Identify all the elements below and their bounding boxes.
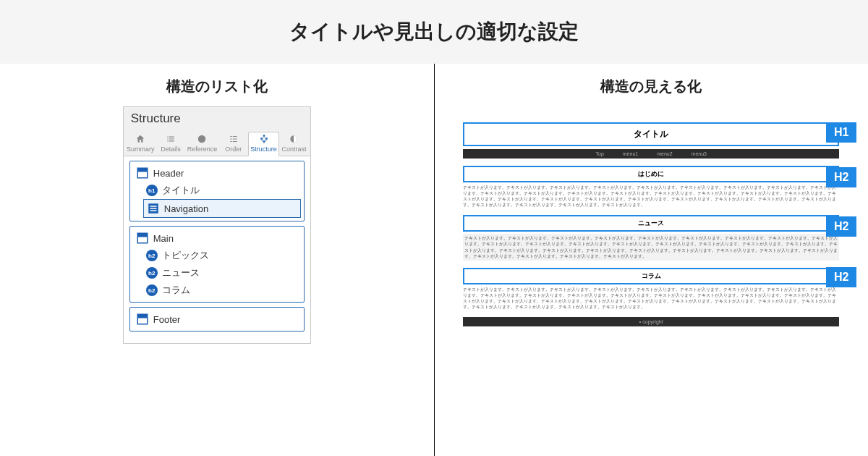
- tree-group-footer: Footer: [129, 307, 305, 332]
- home-icon: [135, 134, 145, 144]
- page-title: タイトルや見出しの適切な設定: [289, 18, 579, 46]
- page-preview: タイトル Top menu1 menu2 menu3 はじめに テキストが入りま…: [463, 122, 839, 326]
- tab-structure[interactable]: Structure: [248, 132, 279, 156]
- tree-item-footer[interactable]: Footer: [133, 311, 301, 328]
- tree-item-main[interactable]: Main: [133, 229, 301, 247]
- preview-section: ニュース テキストが入ります。テキストが入ります。テキストが入ります。テキストが…: [463, 215, 839, 260]
- tree-item-label: Header: [153, 168, 184, 179]
- tab-label: Contrast: [281, 145, 306, 153]
- tree-item-label: Footer: [153, 314, 181, 325]
- tab-label: Summary: [127, 145, 155, 153]
- preview-body: テキストが入ります。テキストが入ります。テキストが入ります。テキストが入ります。…: [463, 185, 839, 208]
- left-heading: 構造のリスト化: [22, 77, 412, 96]
- preview-wrap: H1 H2 H2 H2 タイトル Top menu1 menu2 menu3 は…: [463, 122, 839, 326]
- tree-icon: [259, 134, 269, 144]
- svg-rect-7: [137, 168, 148, 172]
- preview-body: テキストが入ります。テキストが入ります。テキストが入ります。テキストが入ります。…: [463, 234, 839, 260]
- nav-item: Top: [595, 151, 603, 156]
- right-heading: 構造の見える化: [456, 77, 847, 96]
- tree-group-main: Main h2 トピックス h2 ニュース h2 コラム: [129, 226, 305, 303]
- preview-title: タイトル: [463, 122, 839, 146]
- tree-item-label: Main: [153, 233, 174, 244]
- nav-item: menu2: [657, 151, 672, 156]
- landmark-icon: [136, 232, 149, 245]
- nav-landmark-icon: [147, 202, 160, 215]
- tree-item-label: タイトル: [162, 184, 200, 197]
- preview-body: テキストが入ります。テキストが入ります。テキストが入ります。テキストが入ります。…: [463, 287, 839, 310]
- preview-footer: • copyright: [463, 317, 839, 326]
- panel-tabs: Summary Details Reference Order Structur…: [124, 129, 310, 156]
- tab-label: Details: [161, 145, 181, 153]
- nav-item: menu1: [623, 151, 638, 156]
- tab-label: Structure: [250, 145, 277, 153]
- structure-panel-title: Structure: [124, 107, 310, 129]
- tab-reference[interactable]: Reference: [186, 132, 219, 156]
- preview-section: はじめに テキストが入ります。テキストが入ります。テキストが入ります。テキストが…: [463, 166, 839, 208]
- structure-panel: Structure Summary Details Reference Orde…: [123, 106, 311, 344]
- h2-badge-icon: h2: [146, 250, 158, 261]
- heading-tag-h2: H2: [826, 167, 856, 187]
- svg-rect-11: [150, 210, 156, 211]
- tree-item-navigation[interactable]: Navigation: [143, 199, 301, 218]
- h1-badge-icon: h1: [146, 185, 158, 196]
- tree-item-label: コラム: [162, 284, 190, 297]
- order-icon: [229, 134, 239, 144]
- tree-item-column[interactable]: h2 コラム: [143, 282, 301, 299]
- tree-item-label: トピックス: [162, 249, 209, 262]
- landmark-icon: [136, 313, 149, 326]
- tab-label: Reference: [187, 145, 218, 153]
- heading-tag-h2: H2: [826, 267, 856, 287]
- preview-h2: はじめに: [463, 166, 839, 182]
- svg-point-0: [198, 135, 206, 143]
- svg-rect-10: [150, 208, 156, 209]
- heading-tag-h1: H1: [826, 122, 856, 143]
- svg-rect-13: [137, 233, 148, 237]
- tab-contrast[interactable]: Contrast: [279, 132, 308, 156]
- tree-item-news[interactable]: h2 ニュース: [143, 264, 301, 282]
- tab-details[interactable]: Details: [156, 132, 185, 156]
- svg-rect-4: [263, 140, 264, 142]
- tree-item-label: ニュース: [162, 266, 200, 279]
- nav-item: menu3: [692, 151, 707, 156]
- preview-h2: ニュース: [463, 215, 839, 232]
- tree-item-title[interactable]: h1 タイトル: [143, 182, 301, 199]
- tab-summary[interactable]: Summary: [125, 132, 156, 156]
- h2-badge-icon: h2: [146, 267, 158, 279]
- preview-h2: コラム: [463, 268, 839, 284]
- tree-item-header[interactable]: Header: [133, 164, 301, 182]
- preview-nav: Top menu1 menu2 menu3: [463, 149, 839, 159]
- right-column: 構造の見える化 H1 H2 H2 H2 タイトル Top menu1 menu2…: [435, 64, 869, 456]
- contrast-icon: [289, 134, 299, 144]
- structure-tree: Header h1 タイトル Navigation Main: [124, 156, 310, 343]
- left-column: 構造のリスト化 Structure Summary Details Refere…: [0, 64, 435, 456]
- info-icon: [197, 134, 207, 144]
- landmark-icon: [136, 166, 149, 180]
- heading-tag-h2: H2: [826, 216, 856, 237]
- svg-rect-1: [263, 135, 264, 136]
- tree-item-topics[interactable]: h2 トピックス: [143, 247, 301, 264]
- tree-item-label: Navigation: [164, 203, 208, 214]
- header-bar: タイトルや見出しの適切な設定: [0, 0, 868, 64]
- tab-order[interactable]: Order: [219, 132, 248, 156]
- preview-section: コラム テキストが入ります。テキストが入ります。テキストが入ります。テキストが入…: [463, 268, 839, 310]
- svg-rect-3: [265, 138, 267, 139]
- svg-rect-15: [137, 314, 148, 318]
- svg-rect-2: [260, 138, 262, 139]
- content: 構造のリスト化 Structure Summary Details Refere…: [0, 64, 868, 456]
- tree-group-header: Header h1 タイトル Navigation: [129, 161, 305, 221]
- tab-label: Order: [225, 145, 242, 153]
- list-icon: [166, 134, 176, 144]
- h2-badge-icon: h2: [146, 284, 158, 296]
- svg-rect-9: [150, 206, 156, 207]
